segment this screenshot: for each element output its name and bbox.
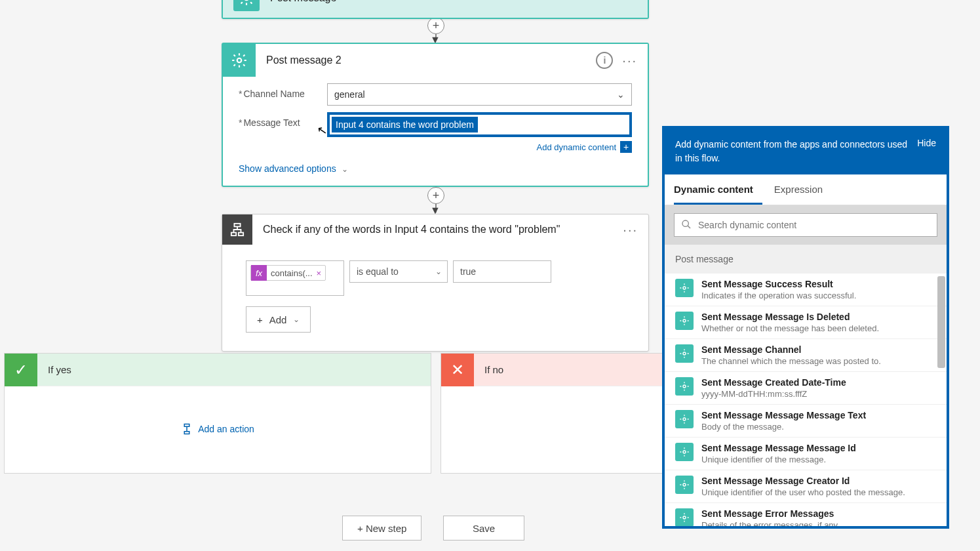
scrollbar-thumb[interactable] xyxy=(937,276,945,368)
item-name: Sent Message Created Date-Time xyxy=(701,377,846,388)
item-name: Sent Message Channel xyxy=(701,344,881,355)
message-text-input[interactable]: Input 4 contains the word problem xyxy=(327,112,632,137)
search-dynamic-content-input[interactable]: Search dynamic content xyxy=(674,213,937,237)
connector-icon xyxy=(675,410,694,428)
fx-icon: fx xyxy=(251,265,267,281)
add-dynamic-content-button[interactable]: + xyxy=(620,141,632,153)
item-description: Unique identifier of the message. xyxy=(701,455,856,464)
item-name: Sent Message Message Creator Id xyxy=(701,476,905,486)
search-icon xyxy=(681,219,692,232)
chevron-down-icon: ⌄ xyxy=(293,315,300,324)
svg-point-12 xyxy=(683,352,686,355)
new-step-button[interactable]: + New step xyxy=(342,516,421,541)
condition-operator-select[interactable]: is equal to ⌄ xyxy=(349,260,448,283)
connector-icon xyxy=(675,377,694,396)
dynamic-content-item[interactable]: Sent Message Message Message Text Body o… xyxy=(665,405,947,438)
dynamic-content-list[interactable]: Post message Sent Message Success Result… xyxy=(665,245,947,526)
item-description: Whether or not the message has been dele… xyxy=(701,323,879,333)
svg-point-15 xyxy=(683,451,686,453)
dynamic-content-item[interactable]: Sent Message Created Date-Time yyyy-MM-d… xyxy=(665,372,947,405)
if-yes-branch: ✓ If yes Add an action xyxy=(4,353,431,474)
add-step-button-2[interactable]: + xyxy=(427,187,444,204)
svg-rect-4 xyxy=(239,233,243,236)
card-title: Check if any of the words in Input 4 con… xyxy=(263,224,623,235)
show-advanced-options-toggle[interactable]: Show advanced options⌄ xyxy=(223,153,648,186)
dynamic-content-item[interactable]: Sent Message Message Is Deleted Whether … xyxy=(665,306,947,339)
add-step-button-1[interactable]: + xyxy=(427,17,444,34)
check-icon: ✓ xyxy=(5,354,37,386)
svg-rect-5 xyxy=(184,424,189,427)
post-message-2-card: Post message 2 i ··· *Channel Name gener… xyxy=(222,43,649,187)
item-name: Sent Message Message Message Id xyxy=(701,443,856,453)
plus-icon: + xyxy=(257,314,263,325)
card-title: Post message 2 xyxy=(266,54,596,66)
message-text-label: *Message Text xyxy=(239,112,327,128)
svg-point-14 xyxy=(683,418,686,420)
card-title: Post message xyxy=(270,0,637,4)
connector-icon xyxy=(675,344,694,363)
svg-point-16 xyxy=(683,483,686,486)
dynamic-content-panel: Add dynamic content from the apps and co… xyxy=(662,126,949,529)
panel-banner-text: Add dynamic content from the apps and co… xyxy=(675,138,909,165)
item-name: Sent Message Message Is Deleted xyxy=(701,312,879,322)
connector-icon xyxy=(675,476,694,494)
chevron-down-icon: ⌄ xyxy=(342,165,348,174)
chevron-down-icon: ⌄ xyxy=(435,267,442,276)
close-icon: ✕ xyxy=(441,354,474,386)
channel-name-select[interactable]: general ⌄ xyxy=(327,83,632,106)
tab-dynamic-content[interactable]: Dynamic content xyxy=(674,174,762,205)
svg-point-1 xyxy=(237,58,242,63)
add-condition-button[interactable]: + Add ⌄ xyxy=(246,306,311,333)
info-icon[interactable]: i xyxy=(596,52,613,69)
hash-icon xyxy=(223,44,256,77)
connector-icon xyxy=(675,312,694,330)
condition-card: Check if any of the words in Input 4 con… xyxy=(222,214,649,352)
item-name: Sent Message Message Message Text xyxy=(701,410,866,420)
svg-point-13 xyxy=(683,385,686,388)
branch-title: If yes xyxy=(37,364,431,375)
dynamic-content-item[interactable]: Sent Message Success Result Indicates if… xyxy=(665,274,947,306)
connector-icon xyxy=(675,508,694,526)
expression-token[interactable]: fx contains(... × xyxy=(250,265,326,281)
svg-rect-6 xyxy=(184,432,189,434)
remove-token-icon[interactable]: × xyxy=(313,268,326,278)
section-header: Post message xyxy=(665,245,947,274)
item-description: Body of the message. xyxy=(701,422,866,432)
more-menu-icon[interactable]: ··· xyxy=(622,53,637,68)
svg-point-17 xyxy=(683,516,686,519)
dynamic-content-item[interactable]: Sent Message Message Message Id Unique i… xyxy=(665,438,947,470)
dynamic-content-item[interactable]: Sent Message Message Creator Id Unique i… xyxy=(665,470,947,503)
dynamic-content-item[interactable]: Sent Message Channel The channel which t… xyxy=(665,339,947,372)
condition-value-input[interactable]: true xyxy=(453,260,551,283)
condition-left-operand[interactable]: fx contains(... × xyxy=(246,260,344,296)
item-description: yyyy-MM-ddTHH:mm:ss.fffZ xyxy=(701,389,846,399)
more-menu-icon[interactable]: ··· xyxy=(623,222,638,237)
save-button[interactable]: Save xyxy=(443,516,524,541)
add-dynamic-content-link[interactable]: Add dynamic content xyxy=(537,142,616,152)
svg-rect-2 xyxy=(234,224,240,227)
condition-icon xyxy=(222,214,252,245)
chevron-down-icon: ⌄ xyxy=(617,89,625,100)
item-description: The channel which the message was posted… xyxy=(701,356,881,366)
item-description: Unique identifier of the user who posted… xyxy=(701,487,905,497)
item-name: Sent Message Error Messages xyxy=(701,508,840,519)
item-description: Indicates if the operation was successfu… xyxy=(701,291,856,300)
connector-icon xyxy=(675,279,694,297)
dynamic-content-item[interactable]: Sent Message Error Messages Details of t… xyxy=(665,503,947,526)
channel-name-label: *Channel Name xyxy=(239,83,327,99)
tab-expression[interactable]: Expression xyxy=(774,174,832,205)
item-name: Sent Message Success Result xyxy=(701,279,856,289)
connector-icon xyxy=(675,443,694,461)
add-action-link[interactable]: Add an action xyxy=(181,423,254,435)
svg-point-10 xyxy=(683,287,686,289)
svg-point-9 xyxy=(682,220,688,226)
item-description: Details of the error messages, if any. xyxy=(701,520,840,526)
hash-icon xyxy=(233,0,260,11)
post-message-card[interactable]: Post message xyxy=(222,0,649,19)
hide-panel-link[interactable]: Hide xyxy=(909,138,936,165)
svg-rect-3 xyxy=(231,233,236,236)
svg-point-11 xyxy=(683,319,686,322)
